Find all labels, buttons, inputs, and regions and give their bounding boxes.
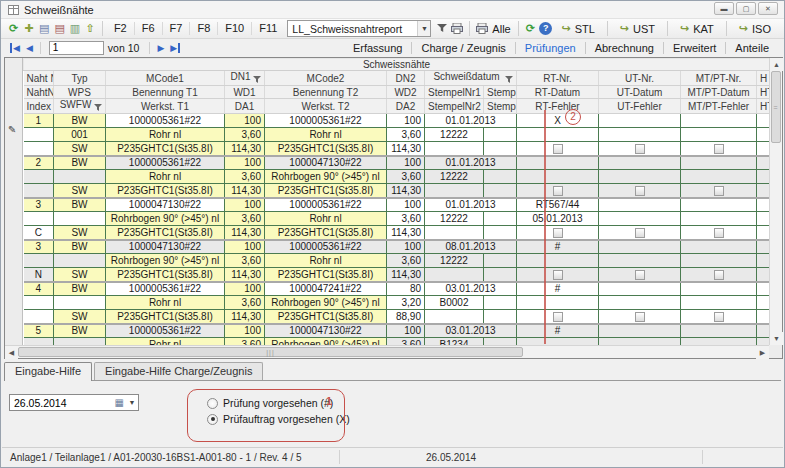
grid-cell[interactable]	[484, 254, 517, 268]
grid-cell[interactable]	[517, 128, 599, 142]
grid-cell[interactable]	[24, 254, 54, 268]
grid-cell[interactable]: SW	[54, 142, 106, 156]
grid-cell[interactable]: 01.01.2013	[425, 114, 517, 128]
grid-cell[interactable]: 1000047130#22	[265, 156, 387, 170]
grid-cell[interactable]: C	[24, 226, 54, 240]
vertical-scrollbar[interactable]: ▲ = ▼	[769, 58, 782, 345]
grid-cell[interactable]: 100	[387, 114, 425, 128]
grid-cell[interactable]: 3	[24, 198, 54, 212]
grid-cell[interactable]	[24, 142, 54, 156]
column-header[interactable]: RT-Datum	[517, 86, 599, 99]
grid-cell[interactable]	[24, 184, 54, 198]
grid-cell[interactable]	[681, 254, 757, 268]
horizontal-scroll-thumb[interactable]: |||	[18, 347, 523, 357]
grid-cell[interactable]	[517, 142, 599, 156]
filter-icon[interactable]	[505, 74, 513, 85]
grid-cell[interactable]	[681, 240, 757, 254]
fehler-checkbox[interactable]	[635, 144, 645, 154]
grid-cell[interactable]	[54, 338, 106, 346]
grid-cell[interactable]: Rohr nl	[106, 296, 225, 310]
grid-cell[interactable]: 114,30	[225, 268, 265, 282]
grid-cell[interactable]	[517, 310, 599, 324]
print-icon[interactable]	[451, 21, 464, 36]
grid-cell[interactable]: 3,20	[387, 296, 425, 310]
column-header[interactable]: DN2	[387, 71, 425, 86]
grid-cell[interactable]: B1234	[425, 338, 484, 346]
grid-cell[interactable]	[54, 170, 106, 184]
column-header[interactable]: StempelNr4	[484, 99, 517, 114]
grid-cell[interactable]: 114,30	[387, 184, 425, 198]
grid-cell[interactable]: Rohrbogen 90° (>45°) nl	[106, 254, 225, 268]
jump-button-ust[interactable]: ↪UST	[612, 22, 663, 35]
vertical-scroll-thumb[interactable]: =	[771, 71, 781, 143]
grid-cell[interactable]: 114,30	[225, 310, 265, 324]
grid-cell[interactable]: 1000047130#22	[106, 198, 225, 212]
first-page-icon[interactable]: ◀	[10, 43, 20, 53]
grid-cell[interactable]: 1000005361#22	[265, 240, 387, 254]
view-tab-abrechnung[interactable]: Abrechnung	[586, 42, 663, 54]
save-icon[interactable]: ▤	[38, 21, 51, 36]
grid-cell[interactable]: Rohr nl	[265, 212, 387, 226]
grid-cell[interactable]	[757, 184, 770, 198]
grid-cell[interactable]: 100	[225, 198, 265, 212]
grid-cell[interactable]	[484, 226, 517, 240]
grid-cell[interactable]	[517, 254, 599, 268]
grid-cell[interactable]: 114,30	[387, 142, 425, 156]
column-header[interactable]: RT-Fehler	[517, 99, 599, 114]
grid-cell[interactable]: BW	[54, 198, 106, 212]
column-header[interactable]: MT/PT-Fehler	[681, 99, 757, 114]
grid-cell[interactable]	[484, 268, 517, 282]
grid-cell[interactable]: 01.01.2013	[425, 156, 517, 170]
grid-cell[interactable]	[757, 226, 770, 240]
grid-cell[interactable]	[517, 296, 599, 310]
grid-cell[interactable]	[599, 268, 681, 282]
grid-cell[interactable]: 100	[387, 198, 425, 212]
grid-cell[interactable]: 100	[387, 324, 425, 338]
fehler-checkbox[interactable]	[714, 270, 724, 280]
grid-cell[interactable]	[54, 254, 106, 268]
fkey-button-f11[interactable]: F11	[252, 20, 284, 37]
grid-cell[interactable]: 3,60	[387, 170, 425, 184]
filter-icon[interactable]	[435, 21, 448, 36]
column-header[interactable]: UT-Nr.	[599, 71, 681, 86]
grid-cell[interactable]: 3,60	[225, 170, 265, 184]
column-header[interactable]: HT-	[757, 86, 770, 99]
grid-cell[interactable]	[599, 170, 681, 184]
grid-cell[interactable]: 1000005361#22	[106, 114, 225, 128]
grid-cell[interactable]: P235GHTC1(St35.8I)	[106, 226, 225, 240]
grid-cell[interactable]	[517, 184, 599, 198]
jump-button-iso[interactable]: ↪ISO	[731, 22, 779, 35]
grid-cell[interactable]	[599, 324, 681, 338]
grid-cell[interactable]: B0002	[425, 296, 484, 310]
scroll-up-icon[interactable]: ▲	[770, 58, 783, 71]
column-header[interactable]: DN1	[225, 71, 265, 86]
grid-cell[interactable]	[599, 310, 681, 324]
grid-cell[interactable]: Rohr nl	[106, 170, 225, 184]
calendar-icon[interactable]: ▦	[113, 397, 126, 408]
grid-cell[interactable]: BW	[54, 114, 106, 128]
grid-cell[interactable]: 1000047130#22	[106, 240, 225, 254]
grid-cell[interactable]: BW	[54, 156, 106, 170]
grid-cell[interactable]	[681, 338, 757, 346]
grid-cell[interactable]	[517, 226, 599, 240]
grid-cell[interactable]: 1000005361#22	[265, 114, 387, 128]
grid-cell[interactable]: 01.01.2013	[425, 198, 517, 212]
grid-cell[interactable]	[24, 170, 54, 184]
grid-cell[interactable]: 114,30	[225, 184, 265, 198]
filter-icon[interactable]	[253, 74, 261, 85]
grid-cell[interactable]: 1000047130#22	[265, 324, 387, 338]
grid-cell[interactable]: 1000005361#22	[106, 156, 225, 170]
grid-cell[interactable]: SW	[54, 310, 106, 324]
grid-cell[interactable]	[425, 268, 484, 282]
grid-cell[interactable]: 3	[24, 240, 54, 254]
grid-cell[interactable]: Rohr nl	[265, 128, 387, 142]
bottom-tab-eingabe-hilfe[interactable]: Eingabe-Hilfe	[4, 362, 92, 381]
grid-cell[interactable]	[484, 128, 517, 142]
grid-cell[interactable]: X	[517, 114, 599, 128]
grid-cell[interactable]	[54, 212, 106, 226]
grid-cell[interactable]: RT567/44	[517, 198, 599, 212]
grid-cell[interactable]: 114,30	[387, 226, 425, 240]
grid-cell[interactable]	[425, 226, 484, 240]
grid-cell[interactable]: 2	[24, 156, 54, 170]
grid-cell[interactable]	[757, 338, 770, 346]
